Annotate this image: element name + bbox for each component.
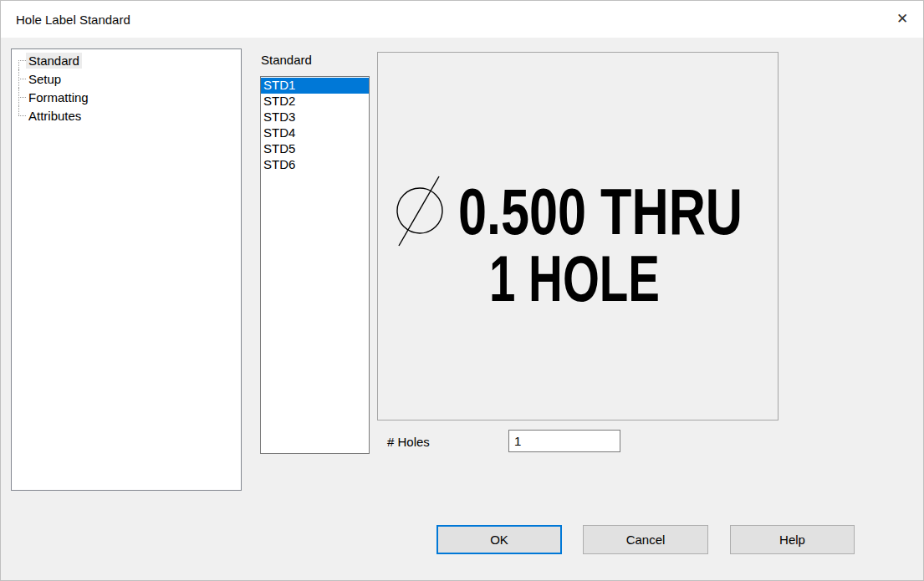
ok-button[interactable]: OK <box>436 525 562 554</box>
hole-label-preview: 0.500 THRU 1 HOLE <box>377 52 779 420</box>
standard-listbox: STD1 STD2 STD3 STD4 STD5 STD6 <box>260 76 370 454</box>
list-item-std6[interactable]: STD6 <box>261 157 369 173</box>
tree-connector <box>12 51 26 69</box>
close-icon: ✕ <box>896 12 908 26</box>
diameter-symbol <box>397 176 442 246</box>
preview-canvas: 0.500 THRU 1 HOLE <box>378 53 778 420</box>
list-item-std5[interactable]: STD5 <box>261 141 369 157</box>
num-holes-label: # Holes <box>387 435 430 449</box>
list-item-std3[interactable]: STD3 <box>261 110 369 125</box>
tree-item-formatting[interactable]: Formatting <box>12 88 241 106</box>
tree-connector <box>12 69 26 88</box>
tree-item-attributes[interactable]: Attributes <box>12 106 241 125</box>
tree-item-label: Standard <box>26 53 82 69</box>
tree-item-label: Setup <box>26 71 64 87</box>
list-item-std4[interactable]: STD4 <box>261 125 369 141</box>
standard-list-label: Standard <box>261 53 312 67</box>
list-item-std2[interactable]: STD2 <box>261 94 369 110</box>
tree-connector <box>12 106 26 125</box>
tree-item-label: Formatting <box>26 89 91 105</box>
close-button[interactable]: ✕ <box>881 1 923 37</box>
help-button[interactable]: Help <box>730 525 855 554</box>
tree-item-standard[interactable]: Standard <box>12 51 241 69</box>
cancel-button[interactable]: Cancel <box>583 525 708 554</box>
preview-diameter-text: 0.500 THRU <box>458 176 743 247</box>
tree-item-label: Attributes <box>26 108 84 124</box>
tree-item-setup[interactable]: Setup <box>12 69 241 88</box>
list-item-std1[interactable]: STD1 <box>261 78 369 94</box>
dialog-title: Hole Label Standard <box>1 13 130 27</box>
category-tree: Standard Setup Formatting Attributes <box>11 48 242 491</box>
title-bar: Hole Label Standard ✕ <box>1 1 923 38</box>
tree-connector <box>12 88 26 106</box>
preview-holes-text: 1 HOLE <box>489 242 660 314</box>
hole-label-standard-dialog: Hole Label Standard ✕ Standard Setup For… <box>0 0 924 581</box>
num-holes-input[interactable] <box>508 430 620 452</box>
